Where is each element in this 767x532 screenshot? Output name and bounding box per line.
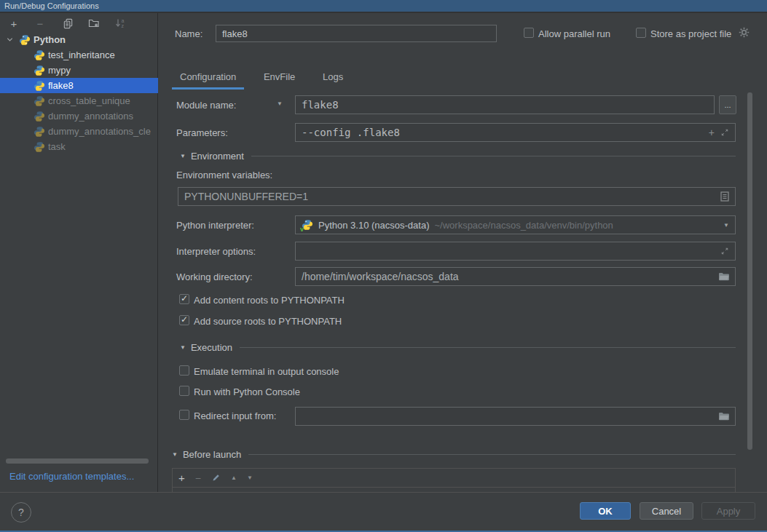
remove-task-minus-icon[interactable]: −: [195, 473, 201, 483]
collapse-triangle-icon[interactable]: ▼: [172, 451, 178, 458]
emulate-terminal-label[interactable]: Emulate terminal in output console: [194, 366, 339, 377]
module-name-input[interactable]: flake8: [295, 95, 715, 114]
sort-alphabetically-button[interactable]: az: [114, 17, 127, 30]
copy-configuration-button[interactable]: [61, 17, 74, 30]
module-name-value: flake8: [302, 99, 339, 111]
edit-task-pencil-icon[interactable]: [211, 473, 221, 483]
tree-item-cross-table-unique[interactable]: cross_table_unique: [0, 93, 158, 108]
name-label: Name:: [175, 28, 202, 39]
dialog-footer: ? OK Cancel Apply: [0, 492, 767, 532]
check-icon: ✓: [181, 315, 188, 324]
dialog-title-bar[interactable]: Run/Debug Configurations: [0, 0, 767, 12]
folder-icon[interactable]: [718, 272, 729, 281]
module-name-label: Module name:: [176, 100, 236, 111]
environment-variables-input[interactable]: PYTHONUNBUFFERED=1: [178, 187, 736, 206]
new-folder-button[interactable]: [87, 17, 101, 30]
execution-section-header[interactable]: ▼ Execution: [180, 342, 736, 353]
insert-macro-plus-icon[interactable]: +: [709, 127, 715, 138]
environment-section-header[interactable]: ▼ Environment: [180, 151, 736, 162]
tab-logs[interactable]: Logs: [315, 65, 351, 90]
plus-icon: +: [11, 18, 17, 29]
edit-configuration-templates-link[interactable]: Edit configuration templates...: [9, 471, 134, 482]
configurations-sidebar: + − az Python: [0, 13, 158, 492]
allow-parallel-run-label[interactable]: Allow parallel run: [538, 28, 610, 39]
add-task-plus-icon[interactable]: +: [178, 472, 185, 483]
question-mark-icon: ?: [18, 507, 24, 518]
python-interpreter-path: ~/workspace/nacsos_data/venv/bin/python: [434, 220, 613, 231]
section-title: Environment: [191, 151, 244, 162]
tab-envfile[interactable]: EnvFile: [256, 65, 303, 90]
section-rule: [248, 454, 736, 455]
ok-button[interactable]: OK: [580, 502, 631, 520]
add-source-roots-label[interactable]: Add source roots to PYTHONPATH: [194, 316, 342, 327]
python-interpreter-select[interactable]: v Python 3.10 (nacsos-data) ~/workspace/…: [295, 215, 736, 234]
add-source-roots-checkbox[interactable]: ✓: [179, 315, 189, 325]
cancel-button[interactable]: Cancel: [640, 502, 693, 520]
working-directory-value: /home/tim/workspace/nacsos_data: [302, 271, 459, 282]
run-debug-configurations-dialog: Run/Debug Configurations + − az: [0, 0, 767, 532]
tree-item-test-inheritance[interactable]: test_inheritance: [0, 47, 158, 63]
vertical-scrollbar[interactable]: [747, 92, 752, 450]
move-down-icon[interactable]: ▼: [247, 475, 253, 481]
run-python-console-checkbox[interactable]: ✓: [179, 386, 189, 396]
collapse-triangle-icon[interactable]: ▼: [180, 344, 186, 351]
tab-configuration[interactable]: Configuration: [172, 65, 244, 90]
svg-text:a: a: [122, 18, 125, 23]
emulate-terminal-checkbox[interactable]: ✓: [179, 365, 189, 376]
python-icon: [34, 111, 45, 122]
horizontal-scrollbar[interactable]: [6, 458, 149, 464]
remove-configuration-button[interactable]: −: [34, 17, 47, 30]
interpreter-options-label: Interpreter options:: [176, 246, 256, 257]
tree-item-dummy-annotations-cle[interactable]: dummy_annotations_cle: [0, 124, 158, 139]
dialog-title: Run/Debug Configurations: [4, 1, 99, 10]
move-up-icon[interactable]: ▲: [231, 475, 237, 481]
redirect-input-path-input[interactable]: [295, 407, 736, 426]
sort-az-icon: az: [114, 17, 126, 29]
environment-variables-label: Environment variables:: [176, 170, 272, 180]
python-icon: [34, 49, 45, 61]
run-python-console-label[interactable]: Run with Python Console: [194, 386, 300, 397]
collapse-triangle-icon[interactable]: ▼: [180, 153, 186, 159]
expand-field-icon[interactable]: [720, 128, 729, 137]
chevron-down-icon[interactable]: [6, 36, 14, 44]
combo-arrow-icon[interactable]: ▼: [723, 222, 729, 229]
apply-button[interactable]: Apply: [701, 502, 755, 520]
expand-field-icon[interactable]: [720, 247, 729, 255]
tree-item-task[interactable]: task: [0, 139, 158, 154]
section-rule: [240, 347, 736, 348]
before-launch-task-list: + − ▲ ▼: [172, 468, 736, 492]
store-as-project-file-checkbox[interactable]: ✓: [636, 28, 646, 38]
svg-text:z: z: [122, 23, 125, 28]
help-button[interactable]: ?: [11, 502, 31, 523]
browse-module-button[interactable]: ...: [719, 95, 736, 114]
python-venv-icon: v: [302, 219, 313, 231]
environment-variables-value: PYTHONUNBUFFERED=1: [184, 191, 308, 202]
before-launch-section-header[interactable]: ▼ Before launch: [172, 449, 736, 460]
minus-icon: −: [37, 18, 44, 29]
edit-variables-list-icon[interactable]: [720, 191, 729, 202]
tree-item-flake8-selected[interactable]: flake8: [0, 78, 158, 93]
redirect-input-checkbox[interactable]: ✓: [179, 410, 189, 420]
module-mode-dropdown-icon[interactable]: ▼: [277, 100, 283, 107]
tree-item-mypy[interactable]: mypy: [0, 63, 158, 78]
gear-icon[interactable]: [739, 27, 750, 38]
store-as-project-file-label[interactable]: Store as project file: [650, 28, 731, 39]
add-content-roots-label[interactable]: Add content roots to PYTHONPATH: [194, 295, 345, 306]
allow-parallel-run-checkbox[interactable]: ✓: [524, 28, 534, 38]
python-icon: [34, 95, 45, 107]
parameters-input[interactable]: --config .flake8 +: [295, 123, 736, 142]
redirect-input-label[interactable]: Redirect input from:: [194, 410, 276, 421]
tree-group-python[interactable]: Python: [0, 32, 158, 47]
tree-item-label: cross_table_unique: [48, 95, 130, 106]
add-configuration-button[interactable]: +: [7, 17, 20, 30]
name-input[interactable]: flake8: [216, 25, 497, 42]
interpreter-options-input[interactable]: [295, 242, 736, 261]
name-value: flake8: [222, 28, 248, 39]
folder-icon[interactable]: [718, 412, 729, 421]
add-content-roots-checkbox[interactable]: ✓: [179, 294, 189, 304]
python-icon: [34, 126, 45, 138]
tree-item-dummy-annotations[interactable]: dummy_annotations: [0, 108, 158, 124]
parameters-value: --config .flake8: [302, 127, 400, 138]
working-directory-input[interactable]: /home/tim/workspace/nacsos_data: [295, 267, 736, 286]
working-directory-label: Working directory:: [176, 271, 253, 282]
